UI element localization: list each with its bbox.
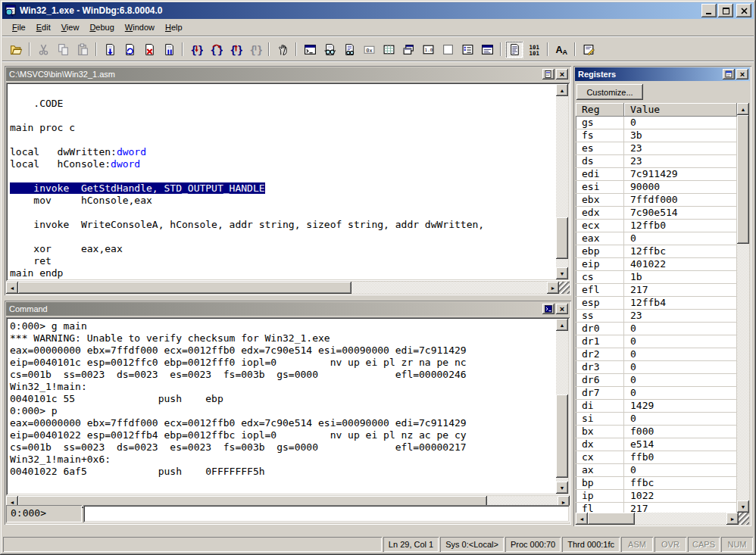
step-over-button[interactable]: {} <box>207 41 225 58</box>
command-window-button[interactable] <box>301 41 319 58</box>
register-row[interactable]: eip401022 <box>576 258 737 271</box>
scroll-up-button[interactable]: ▲ <box>737 103 749 115</box>
register-row[interactable]: dr60 <box>576 374 737 387</box>
register-row[interactable]: gs0 <box>576 117 737 129</box>
title-bar[interactable]: Win32_1.exe - WinDbg:6.8.0004.0 <box>2 2 754 19</box>
scrollbar-track[interactable] <box>588 513 726 525</box>
register-row[interactable]: dr70 <box>576 387 737 400</box>
scrollbar-thumb[interactable] <box>737 115 749 244</box>
register-row[interactable]: di1429 <box>576 400 737 413</box>
source-dock-button[interactable] <box>542 69 555 80</box>
scrollbar-track[interactable] <box>556 331 568 482</box>
scroll-right-button[interactable]: ► <box>726 513 739 525</box>
scrollbar-thumb[interactable] <box>556 217 568 259</box>
column-header-value[interactable]: Value <box>624 103 737 117</box>
scroll-down-button[interactable]: ▼ <box>556 267 568 279</box>
scrollbar-thumb[interactable] <box>18 282 351 294</box>
stop-debugging-button[interactable] <box>140 41 158 58</box>
register-row[interactable]: ss23 <box>576 310 737 323</box>
scratch-pad-button[interactable] <box>439 41 457 58</box>
watch-window-button[interactable] <box>320 41 339 58</box>
register-row[interactable]: dr30 <box>576 361 737 374</box>
register-row[interactable]: ds23 <box>576 155 737 168</box>
maximize-button[interactable] <box>718 4 733 17</box>
scroll-down-button[interactable]: ▼ <box>737 500 749 513</box>
break-button[interactable] <box>160 41 178 58</box>
scroll-up-button[interactable]: ▲ <box>556 319 568 331</box>
menu-file[interactable]: File <box>7 20 31 34</box>
register-row[interactable]: dr20 <box>576 348 737 361</box>
source-close-button[interactable]: × <box>556 69 568 80</box>
menu-debug[interactable]: Debug <box>84 20 119 34</box>
register-row[interactable]: cxffb0 <box>576 451 737 464</box>
scroll-left-button[interactable]: ◄ <box>6 282 18 294</box>
scrollbar-track[interactable] <box>556 96 568 267</box>
scroll-left-button[interactable]: ◄ <box>576 513 588 525</box>
registers-resize-grip[interactable] <box>739 513 749 525</box>
register-row[interactable]: si0 <box>576 413 737 426</box>
register-row[interactable]: edx7c90e514 <box>576 207 737 220</box>
menu-view[interactable]: View <box>56 20 85 34</box>
close-button[interactable] <box>736 4 751 17</box>
customize-button[interactable]: Customize... <box>576 84 643 100</box>
source-horizontal-scrollbar[interactable]: ◄ ► <box>6 282 559 294</box>
register-row[interactable]: cs1b <box>576 271 737 284</box>
locals-window-button[interactable] <box>340 41 358 58</box>
scrollbar-thumb[interactable] <box>588 513 635 525</box>
go-button[interactable] <box>101 41 119 58</box>
source-mode-on-button[interactable] <box>505 41 523 58</box>
command-vertical-scrollbar[interactable]: ▲ ▼ <box>556 319 568 494</box>
registers-dock-button[interactable] <box>723 69 735 80</box>
font-button[interactable]: AA <box>552 41 570 58</box>
scrollbar-track[interactable] <box>737 115 749 500</box>
register-row[interactable]: dr00 <box>576 323 737 335</box>
processes-threads-button[interactable] <box>458 41 476 58</box>
command-window-titlebar[interactable]: Command × <box>6 302 570 316</box>
register-row[interactable]: eax0 <box>576 232 737 245</box>
command-close-button[interactable]: × <box>556 304 568 314</box>
menu-edit[interactable]: Edit <box>31 20 56 34</box>
column-header-reg[interactable]: Reg <box>576 103 624 117</box>
step-into-button[interactable]: {} <box>187 41 205 58</box>
command-input[interactable] <box>83 505 570 522</box>
scrollbar-thumb[interactable] <box>556 394 568 478</box>
disassembly-window-button[interactable]: 1.0 <box>419 41 437 58</box>
registers-window-button[interactable]: 0x <box>360 41 378 58</box>
command-output-area[interactable]: 0:000> g main*** WARNING: Unable to veri… <box>6 317 570 495</box>
memory-window-button[interactable] <box>380 41 398 58</box>
register-row[interactable]: efl217 <box>576 284 737 297</box>
registers-vertical-scrollbar[interactable]: ▲ ▼ <box>737 103 749 513</box>
assembly-mode-button[interactable]: 101101 <box>525 41 543 58</box>
register-row[interactable]: dxe514 <box>576 438 737 451</box>
insert-remove-breakpoint-button[interactable] <box>273 41 292 58</box>
scroll-up-button[interactable]: ▲ <box>556 84 568 96</box>
register-row[interactable]: bxf000 <box>576 426 737 438</box>
minimize-button[interactable] <box>701 4 717 17</box>
register-row[interactable]: es23 <box>576 142 737 155</box>
register-row[interactable]: esp12ffb4 <box>576 297 737 310</box>
command-browser-button[interactable] <box>478 41 496 58</box>
source-resize-grip[interactable] <box>559 282 570 294</box>
options-button[interactable] <box>579 41 598 58</box>
register-row[interactable]: edi7c911429 <box>576 168 737 181</box>
registers-close-button[interactable]: × <box>736 69 748 80</box>
registers-titlebar[interactable]: Registers × <box>575 67 750 81</box>
menu-window[interactable]: Window <box>120 20 160 34</box>
scroll-right-button[interactable]: ► <box>547 282 559 294</box>
source-window-titlebar[interactable]: C:\MSVC9\bin\Win32_1.asm × <box>6 67 570 81</box>
source-code-area[interactable]: .CODE main proc c local dwWritten:dwordl… <box>6 83 570 281</box>
registers-horizontal-scrollbar[interactable]: ◄ ► <box>576 513 739 525</box>
open-source-file-button[interactable] <box>7 41 25 58</box>
register-row[interactable]: ebx7ffdf000 <box>576 194 737 207</box>
register-row[interactable]: ip1022 <box>576 490 737 503</box>
register-row[interactable]: ebp12ffbc <box>576 245 737 258</box>
register-row[interactable]: esi90000 <box>576 181 737 194</box>
restart-button[interactable] <box>120 41 139 58</box>
register-row[interactable]: bpffbc <box>576 477 737 490</box>
menu-help[interactable]: Help <box>160 20 188 34</box>
scroll-down-button[interactable]: ▼ <box>556 482 568 494</box>
scrollbar-track[interactable] <box>18 282 547 294</box>
register-row[interactable]: fl217 <box>576 503 737 513</box>
register-row[interactable]: ecx12ffb0 <box>576 220 737 232</box>
source-vertical-scrollbar[interactable]: ▲ ▼ <box>556 84 568 279</box>
